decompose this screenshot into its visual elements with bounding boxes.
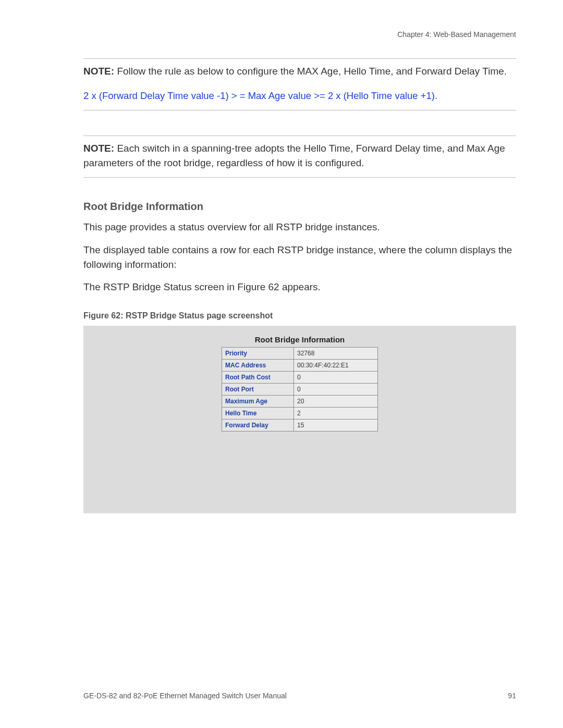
page-footer: GE-DS-82 and 82-PoE Ethernet Managed Swi… [83, 692, 516, 700]
note-text-1: NOTE: Follow the rule as below to config… [83, 64, 516, 79]
row-value: 00:30:4F:40:22:E1 [294, 359, 378, 371]
root-bridge-table: Priority 32768 MAC Address 00:30:4F:40:2… [222, 347, 378, 431]
table-row: MAC Address 00:30:4F:40:22:E1 [222, 359, 378, 371]
note-label: NOTE: [83, 143, 114, 154]
row-value: 15 [294, 419, 378, 431]
row-label: Hello Time [222, 407, 294, 419]
row-label: Root Port [222, 383, 294, 395]
document-page: Chapter 4: Web-Based Management NOTE: Fo… [0, 0, 563, 728]
table-row: Root Path Cost 0 [222, 371, 378, 383]
table-row: Root Port 0 [222, 383, 378, 395]
table-row: Priority 32768 [222, 347, 378, 359]
row-value: 2 [294, 407, 378, 419]
note-body: Follow the rule as below to configure th… [117, 66, 507, 77]
row-value: 0 [294, 371, 378, 383]
row-value: 32768 [294, 347, 378, 359]
row-value: 20 [294, 395, 378, 407]
bridge-table-title: Root Bridge Information [83, 335, 516, 344]
note-block-1: NOTE: Follow the rule as below to config… [83, 58, 516, 110]
body-paragraph: The RSTP Bridge Status screen in Figure … [83, 280, 516, 294]
section-title: Root Bridge Information [83, 201, 516, 213]
note-block-2: NOTE: Each switch in a spanning-tree ado… [83, 135, 516, 178]
row-label: Priority [222, 347, 294, 359]
body-paragraph: The displayed table contains a row for e… [83, 243, 516, 272]
figure-caption: Figure 62: RSTP Bridge Status page scree… [83, 311, 516, 320]
row-value: 0 [294, 383, 378, 395]
table-row: Hello Time 2 [222, 407, 378, 419]
footer-page-number: 91 [508, 692, 516, 700]
config-formula: 2 x (Forward Delay Time value -1) > = Ma… [83, 89, 516, 103]
row-label: Forward Delay [222, 419, 294, 431]
note-label: NOTE: [83, 66, 114, 77]
table-row: Maximum Age 20 [222, 395, 378, 407]
footer-manual-title: GE-DS-82 and 82-PoE Ethernet Managed Swi… [83, 692, 287, 700]
chapter-header: Chapter 4: Web-Based Management [83, 30, 516, 39]
table-row: Forward Delay 15 [222, 419, 378, 431]
note-body: Each switch in a spanning-tree adopts th… [83, 143, 505, 168]
row-label: Root Path Cost [222, 371, 294, 383]
row-label: Maximum Age [222, 395, 294, 407]
row-label: MAC Address [222, 359, 294, 371]
body-paragraph: This page provides a status overview for… [83, 220, 516, 235]
screenshot-container: Root Bridge Information Priority 32768 M… [83, 326, 516, 513]
